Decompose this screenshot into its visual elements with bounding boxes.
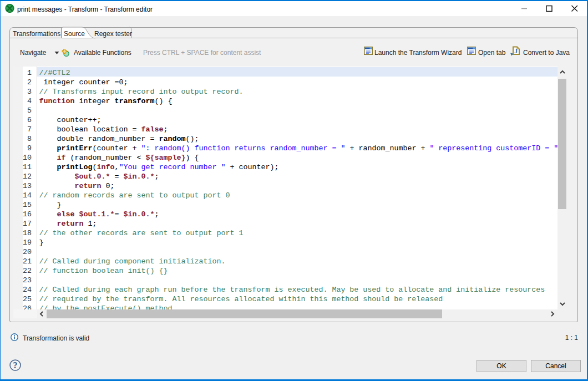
svg-text:J: J [514,47,518,55]
svg-text:?: ? [13,360,18,370]
